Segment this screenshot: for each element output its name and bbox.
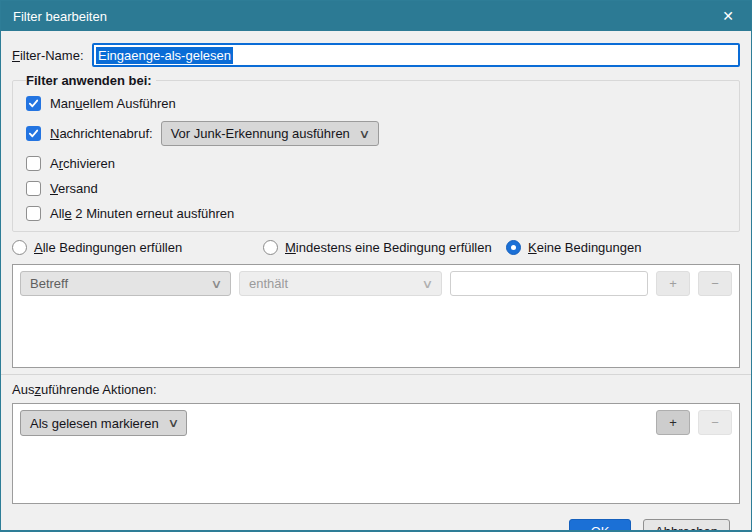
filter-name-value-selected: Eingaenge-als-gelesen	[96, 47, 233, 64]
action-value: Als gelesen markieren	[30, 416, 159, 431]
action-buttons: + −	[656, 410, 732, 435]
dialog-content: Filter-Name: Eingaenge-als-gelesen Filte…	[1, 43, 751, 532]
periodic-row: Alle 2 Minuten erneut ausführen	[26, 206, 731, 221]
radio-match-none[interactable]: Keine Bedingungen	[506, 240, 642, 255]
sending-label: Versand	[50, 181, 98, 196]
edit-filter-dialog: Filter bearbeiten ✕ Filter-Name: Eingaen…	[0, 0, 752, 532]
dialog-footer: OK Abbrechen	[12, 519, 740, 532]
apply-when-group: Filter anwenden bei: Manuellem Ausführen…	[12, 73, 740, 232]
filter-name-row: Filter-Name: Eingaenge-als-gelesen	[12, 43, 740, 67]
filter-name-input[interactable]: Eingaenge-als-gelesen	[92, 43, 740, 67]
getting-mail-row: Nachrichtenabruf: Vor Junk-Erkennung aus…	[26, 121, 731, 146]
radio-icon	[263, 240, 278, 255]
label-pre: A	[50, 156, 59, 171]
close-icon: ✕	[722, 8, 734, 24]
label-post: 2 Minuten erneut ausführen	[72, 206, 235, 221]
label-post: lle Bedingungen erfüllen	[43, 240, 183, 255]
condition-operator-value: enthält	[249, 276, 288, 291]
radio-selected-icon	[506, 240, 521, 255]
actions-list: Als gelesen markieren ∨ + −	[12, 403, 740, 504]
condition-remove-button[interactable]: −	[698, 271, 732, 296]
getting-mail-label: Nachrichtenabruf:	[50, 126, 153, 141]
manual-run-checkbox[interactable]	[26, 96, 41, 111]
condition-add-button[interactable]: +	[656, 271, 690, 296]
label-accesskey: A	[34, 240, 43, 255]
periodic-checkbox[interactable]	[26, 206, 41, 221]
cancel-button[interactable]: Abbrechen	[643, 519, 730, 532]
label-pre: Man	[50, 96, 75, 111]
ok-button[interactable]: OK	[569, 519, 631, 532]
label-post: ersand	[58, 181, 98, 196]
condition-operator-dropdown[interactable]: enthält ∨	[239, 271, 442, 296]
chevron-down-icon: ∨	[422, 277, 434, 291]
label-post: indestens eine Bedingung erfüllen	[296, 240, 492, 255]
action-add-button[interactable]: +	[656, 410, 690, 435]
manual-run-label: Manuellem Ausführen	[50, 96, 176, 111]
manual-run-row: Manuellem Ausführen	[26, 96, 731, 111]
sending-checkbox[interactable]	[26, 181, 41, 196]
apply-when-legend: Filter anwenden bei:	[26, 73, 156, 88]
periodic-label: Alle 2 Minuten erneut ausführen	[50, 206, 234, 221]
label-accesskey: e	[64, 206, 71, 221]
chevron-down-icon: ∨	[167, 416, 179, 430]
radio-match-none-label: Keine Bedingungen	[528, 240, 642, 255]
getting-mail-checkbox[interactable]	[26, 126, 41, 141]
conditions-list: Betreff ∨ enthält ∨ + −	[12, 264, 740, 368]
label-pre: All	[50, 206, 64, 221]
radio-match-any-label: Mindestens eine Bedingung erfüllen	[285, 240, 492, 255]
label-post: eine Bedingungen	[537, 240, 642, 255]
chevron-down-icon: ∨	[211, 277, 223, 291]
action-dropdown[interactable]: Als gelesen markieren ∨	[20, 410, 187, 436]
condition-attribute-dropdown[interactable]: Betreff ∨	[20, 271, 231, 296]
radio-icon	[12, 240, 27, 255]
actions-label: Auszuführende Aktionen:	[12, 382, 740, 397]
archiving-row: Archivieren	[26, 156, 731, 171]
label-pre: Aus	[12, 382, 34, 397]
condition-value-input[interactable]	[450, 271, 648, 296]
filter-name-label-text: ilter-Name:	[20, 48, 84, 63]
radio-match-all[interactable]: Alle Bedingungen erfüllen	[12, 240, 263, 255]
sending-row: Versand	[26, 181, 731, 196]
label-post: chivieren	[63, 156, 115, 171]
condition-attribute-value: Betreff	[30, 276, 68, 291]
chevron-down-icon: ∨	[358, 127, 370, 141]
titlebar: Filter bearbeiten ✕	[1, 1, 751, 31]
action-remove-button[interactable]: −	[698, 410, 732, 435]
archiving-label: Archivieren	[50, 156, 115, 171]
label-accesskey: u	[75, 96, 82, 111]
label-accesskey: K	[528, 240, 537, 255]
radio-match-all-label: Alle Bedingungen erfüllen	[34, 240, 182, 255]
radio-match-any[interactable]: Mindestens eine Bedingung erfüllen	[263, 240, 506, 255]
filter-name-label: Filter-Name:	[12, 48, 92, 63]
label-accesskey: M	[285, 240, 296, 255]
close-button[interactable]: ✕	[705, 1, 751, 31]
match-mode-row: Alle Bedingungen erfüllen Mindestens ein…	[12, 240, 740, 255]
window-title: Filter bearbeiten	[13, 9, 107, 24]
label-post: achrichtenabruf:	[59, 126, 152, 141]
label-accesskey: V	[50, 181, 58, 196]
label-post: uführende Aktionen:	[41, 382, 157, 397]
archiving-checkbox[interactable]	[26, 156, 41, 171]
filter-name-accesskey: F	[12, 48, 20, 63]
junk-timing-value: Vor Junk-Erkennung ausführen	[171, 126, 350, 141]
checkmark-icon	[28, 128, 39, 139]
label-post: ellem Ausführen	[83, 96, 176, 111]
junk-timing-dropdown[interactable]: Vor Junk-Erkennung ausführen ∨	[161, 121, 379, 146]
checkmark-icon	[28, 98, 39, 109]
label-accesskey: N	[50, 126, 59, 141]
section-separator	[1, 374, 751, 375]
